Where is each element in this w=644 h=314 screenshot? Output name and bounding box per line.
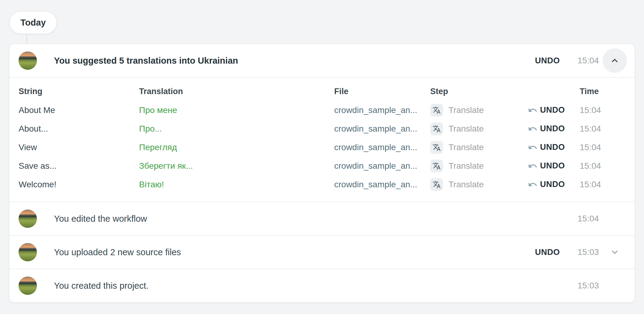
translation-link[interactable]: Перегляд — [139, 143, 334, 152]
step-cell: Translate — [430, 160, 528, 172]
row-undo-button[interactable]: UNDO — [528, 105, 565, 115]
user-avatar — [19, 210, 37, 228]
translation-link[interactable]: Вітаю! — [139, 180, 334, 189]
row-time: 15:04 — [580, 180, 627, 189]
file-name: crowdin_sample_an... — [334, 124, 430, 134]
chevron-slot — [603, 48, 627, 73]
table-row: Save as... Зберегти як... crowdin_sample… — [9, 157, 635, 175]
row-undo-button[interactable]: UNDO — [528, 124, 565, 134]
table-row: View Перегляд crowdin_sample_an... Trans… — [9, 138, 635, 157]
row-undo-label: UNDO — [540, 180, 565, 189]
chevron-slot — [603, 206, 627, 231]
column-header-time: Time — [580, 87, 627, 96]
step-label: Translate — [449, 124, 484, 134]
collapse-button[interactable] — [603, 48, 627, 73]
row-undo-label: UNDO — [540, 124, 565, 133]
user-avatar — [19, 243, 37, 261]
row-undo-label: UNDO — [540, 105, 565, 115]
chevron-slot — [603, 273, 627, 298]
source-string: Save as... — [19, 161, 139, 171]
row-undo-label: UNDO — [540, 161, 565, 171]
row-undo-button[interactable]: UNDO — [528, 161, 565, 171]
file-name: crowdin_sample_an... — [334, 143, 430, 152]
activity-time: 15:04 — [578, 56, 598, 65]
undo-icon — [528, 180, 538, 189]
column-header-file: File — [334, 87, 430, 96]
translate-step-icon — [430, 104, 443, 117]
activity-time: 15:03 — [578, 247, 598, 257]
column-header-step: Step — [430, 87, 528, 96]
translate-step-icon — [430, 141, 443, 154]
translate-step-icon — [430, 122, 443, 135]
undo-button-label: UNDO — [535, 56, 560, 65]
undo-icon — [528, 105, 538, 115]
translation-link[interactable]: Про... — [139, 124, 334, 134]
undo-cell: UNDO — [528, 143, 580, 152]
activity-text: You created this project. — [54, 281, 148, 291]
table-header-row: String Translation File Step Time — [9, 82, 635, 101]
step-label: Translate — [449, 105, 484, 115]
row-time: 15:04 — [580, 124, 627, 134]
undo-cell: UNDO — [528, 105, 580, 115]
date-badge-label: Today — [20, 18, 46, 28]
activity-text: You suggested 5 translations into Ukrain… — [54, 56, 238, 66]
undo-button[interactable]: UNDO — [535, 248, 560, 257]
undo-cell: UNDO — [528, 180, 580, 189]
translate-step-icon — [430, 178, 443, 191]
undo-button-label: UNDO — [535, 248, 560, 257]
source-string: View — [19, 143, 139, 152]
timeline-connector — [26, 34, 27, 44]
activity-time: 15:04 — [578, 214, 598, 224]
row-undo-button[interactable]: UNDO — [528, 143, 565, 152]
user-avatar — [19, 51, 37, 70]
step-label: Translate — [449, 180, 484, 189]
activity-row-edited-workflow: You edited the workflow 15:04 — [9, 202, 635, 235]
file-name: crowdin_sample_an... — [334, 161, 430, 171]
column-header-translation: Translation — [139, 87, 334, 96]
expand-button[interactable] — [603, 240, 627, 264]
translation-link[interactable]: Про мене — [139, 105, 334, 115]
step-cell: Translate — [430, 141, 528, 154]
row-undo-button[interactable]: UNDO — [528, 180, 565, 189]
translations-table: String Translation File Step Time About … — [9, 78, 635, 202]
activity-row-suggested-translations[interactable]: You suggested 5 translations into Ukrain… — [9, 44, 635, 77]
step-cell: Translate — [430, 122, 528, 135]
file-name: crowdin_sample_an... — [334, 105, 430, 115]
step-cell: Translate — [430, 178, 528, 191]
source-string: Welcome! — [19, 180, 139, 189]
row-undo-label: UNDO — [540, 143, 565, 152]
undo-icon — [528, 143, 538, 152]
step-cell: Translate — [430, 104, 528, 117]
step-label: Translate — [449, 161, 484, 171]
user-avatar — [19, 277, 37, 295]
row-time: 15:04 — [580, 105, 627, 115]
undo-button[interactable]: UNDO — [535, 56, 560, 65]
translate-step-icon — [430, 160, 443, 172]
activity-time: 15:03 — [578, 281, 598, 291]
chevron-down-icon — [609, 246, 621, 258]
source-string: About... — [19, 124, 139, 134]
date-badge: Today — [9, 11, 57, 34]
activity-card: You suggested 5 translations into Ukrain… — [9, 44, 635, 302]
table-row: Welcome! Вітаю! crowdin_sample_an... Tra… — [9, 175, 635, 194]
activity-row-created-project: You created this project. 15:03 — [9, 269, 635, 302]
table-row: About... Про... crowdin_sample_an... Tra… — [9, 119, 635, 138]
activity-row-uploaded-files[interactable]: You uploaded 2 new source files UNDO 15:… — [9, 236, 635, 269]
source-string: About Me — [19, 105, 139, 115]
chevron-up-icon — [609, 55, 621, 66]
step-label: Translate — [449, 143, 484, 152]
table-row: About Me Про мене crowdin_sample_an... T… — [9, 101, 635, 119]
column-header-string: String — [19, 87, 139, 96]
row-time: 15:04 — [580, 161, 627, 171]
file-name: crowdin_sample_an... — [334, 180, 430, 189]
undo-icon — [528, 161, 538, 171]
row-time: 15:04 — [580, 143, 627, 152]
translation-link[interactable]: Зберегти як... — [139, 161, 334, 171]
activity-text: You uploaded 2 new source files — [54, 247, 181, 257]
chevron-slot — [603, 240, 627, 264]
activity-text: You edited the workflow — [54, 214, 147, 224]
activity-page: Today You suggested 5 translations into … — [0, 0, 644, 314]
undo-cell: UNDO — [528, 124, 580, 134]
undo-cell: UNDO — [528, 161, 580, 171]
undo-icon — [528, 124, 538, 134]
